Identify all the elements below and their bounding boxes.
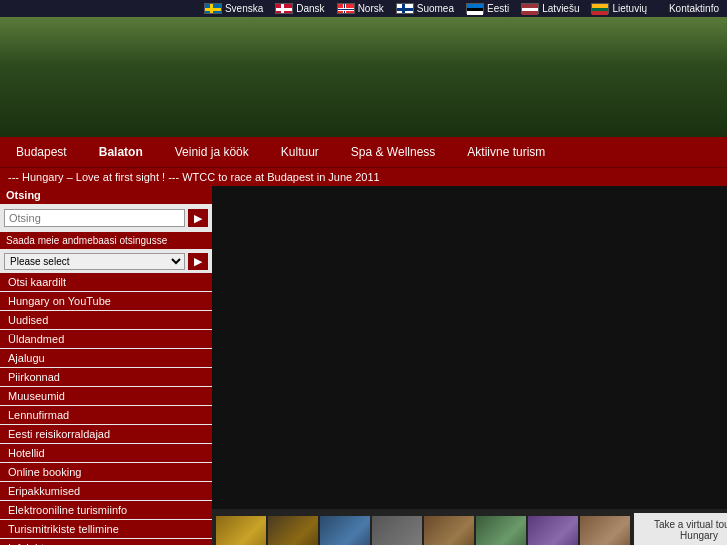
flag-lt-icon (591, 3, 609, 14)
nav-bar: Budapest Balaton Veinid ja köök Kultuur … (0, 137, 727, 167)
thumb-3[interactable] (320, 516, 370, 546)
lang-dansk[interactable]: Dansk (275, 3, 324, 14)
thumb-8[interactable] (580, 516, 630, 546)
thumb-7[interactable] (528, 516, 578, 546)
send-db-title: Saada meie andmebaasi otsingusse (0, 232, 212, 249)
sidebar-link-infoleht[interactable]: Infoleht (0, 539, 212, 545)
lang-svenska[interactable]: Svenska (204, 3, 263, 14)
search-box: ▶ (0, 205, 212, 231)
lang-dansk-label: Dansk (296, 3, 324, 14)
nav-budapest[interactable]: Budapest (0, 141, 83, 163)
lang-eesti[interactable]: Eesti (466, 3, 509, 14)
thumb-1[interactable] (216, 516, 266, 546)
ticker-text: --- Hungary – Love at first sight ! --- … (8, 171, 380, 183)
sidebar-link-reisikorraldajad[interactable]: Eesti reisikorraldajad (0, 425, 212, 443)
nav-kultuur[interactable]: Kultuur (265, 141, 335, 163)
flag-fi-icon (396, 3, 414, 14)
lang-eesti-label: Eesti (487, 3, 509, 14)
db-select[interactable]: Please select (4, 253, 185, 270)
search-section-title: Otsing (0, 186, 212, 204)
search-button[interactable]: ▶ (188, 209, 208, 227)
banner (0, 17, 727, 137)
flag-dk-icon (275, 3, 293, 14)
sidebar-link-hotellid[interactable]: Hotellid (0, 444, 212, 462)
sidebar-link-booking[interactable]: Online booking (0, 463, 212, 481)
nav-aktiivne[interactable]: Aktiivne turism (451, 141, 561, 163)
lang-lietuviu[interactable]: Lietuvių (591, 3, 646, 14)
thumb-4[interactable] (372, 516, 422, 546)
db-select-btn[interactable]: ▶ (188, 253, 208, 270)
nav-veinid[interactable]: Veinid ja köök (159, 141, 265, 163)
lang-suomea-label: Suomea (417, 3, 454, 14)
tour-thumbnails (216, 516, 630, 546)
sidebar-link-turismitrikiste[interactable]: Turismitrikiste tellimine (0, 520, 212, 538)
lang-latviesu[interactable]: Latviešu (521, 3, 579, 14)
lang-latviesu-label: Latviešu (542, 3, 579, 14)
sidebar-link-ajalugu[interactable]: Ajalugu (0, 349, 212, 367)
flag-lv-icon (521, 3, 539, 14)
main-layout: Otsing ▶ Saada meie andmebaasi otsinguss… (0, 186, 727, 545)
ticker-bar: --- Hungary – Love at first sight ! --- … (0, 167, 727, 186)
sidebar-link-muuseumid[interactable]: Muuseumid (0, 387, 212, 405)
search-input[interactable] (4, 209, 185, 227)
search-row: ▶ (4, 209, 208, 227)
center-content: Take a virtual tour of Hungary ▶ (212, 186, 727, 545)
sidebar-link-lennufirmad[interactable]: Lennufirmad (0, 406, 212, 424)
thumb-5[interactable] (424, 516, 474, 546)
lang-norsk[interactable]: Norsk (337, 3, 384, 14)
sidebar-link-youtube[interactable]: Hungary on YouTube (0, 292, 212, 310)
sidebar-link-elektrooniline[interactable]: Elektrooniline turismiinfo (0, 501, 212, 519)
lang-svenska-label: Svenska (225, 3, 263, 14)
sidebar-link-yldandmed[interactable]: Üldandmed (0, 330, 212, 348)
virtual-tour-text: Take a virtual tour of Hungary (644, 519, 727, 541)
thumb-2[interactable] (268, 516, 318, 546)
sidebar-link-kaardilt[interactable]: Otsi kaardilt (0, 273, 212, 291)
language-bar: Svenska Dansk Norsk Suomea Eesti (0, 0, 727, 17)
nav-balaton[interactable]: Balaton (83, 141, 159, 163)
flag-ee-icon (466, 3, 484, 14)
lang-lietuviu-label: Lietuvių (612, 3, 646, 14)
virtual-tour-bar: Take a virtual tour of Hungary ▶ (212, 509, 727, 545)
flag-no-icon (337, 3, 355, 14)
sidebar-link-uudised[interactable]: Uudised (0, 311, 212, 329)
center-main-image (212, 186, 727, 509)
lang-norsk-label: Norsk (358, 3, 384, 14)
lang-suomea[interactable]: Suomea (396, 3, 454, 14)
db-select-wrap: Please select ▶ (0, 250, 212, 273)
sidebar-link-piirkonnad[interactable]: Piirkonnad (0, 368, 212, 386)
nav-spa[interactable]: Spa & Wellness (335, 141, 452, 163)
kontakt-link[interactable]: Kontaktinfo (669, 3, 719, 14)
left-sidebar: Otsing ▶ Saada meie andmebaasi otsinguss… (0, 186, 212, 545)
virtual-tour-box: Take a virtual tour of Hungary ▶ (634, 513, 727, 545)
thumb-6[interactable] (476, 516, 526, 546)
sidebar-link-eripakkumised[interactable]: Eripakkumised (0, 482, 212, 500)
flag-se-icon (204, 3, 222, 14)
